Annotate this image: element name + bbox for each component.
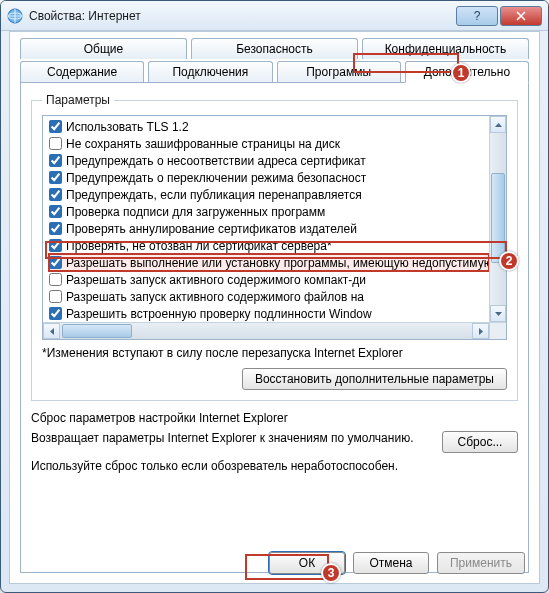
settings-listbox[interactable]: Использовать TLS 1.2Не сохранять зашифро… bbox=[42, 115, 507, 340]
scroll-thumb-horizontal[interactable] bbox=[62, 324, 132, 338]
setting-checkbox[interactable] bbox=[49, 154, 62, 167]
parameters-legend: Параметры bbox=[42, 93, 114, 107]
setting-label: Проверка подписи для загруженных програм… bbox=[66, 205, 325, 219]
setting-item[interactable]: Проверка подписи для загруженных програм… bbox=[49, 203, 489, 220]
apply-button[interactable]: Применить bbox=[437, 552, 525, 574]
setting-label: Предупреждать, если публикация перенапра… bbox=[66, 188, 362, 202]
chevron-left-icon bbox=[50, 328, 54, 335]
chevron-up-icon bbox=[495, 123, 502, 127]
scroll-thumb-vertical[interactable] bbox=[491, 173, 505, 263]
setting-checkbox[interactable] bbox=[49, 256, 62, 269]
setting-item[interactable]: Разрешать запуск активного содержимого ф… bbox=[49, 288, 489, 305]
setting-item[interactable]: Проверять аннулирование сертификатов изд… bbox=[49, 220, 489, 237]
setting-label: Разрешить встроенную проверку подлинност… bbox=[66, 307, 372, 321]
setting-label: Проверять, не отозван ли сертификат серв… bbox=[66, 239, 332, 253]
setting-label: Проверять аннулирование сертификатов изд… bbox=[66, 222, 357, 236]
setting-item[interactable]: Разрешить встроенную проверку подлинност… bbox=[49, 305, 489, 322]
callout-badge-1: 1 bbox=[451, 63, 471, 83]
parameters-group: Параметры Использовать TLS 1.2Не сохраня… bbox=[31, 93, 518, 401]
svg-text:?: ? bbox=[474, 10, 481, 22]
setting-item[interactable]: Разрешать запуск активного содержимого к… bbox=[49, 271, 489, 288]
setting-label: Не сохранять зашифрованные страницы на д… bbox=[66, 137, 340, 151]
tab-connections[interactable]: Подключения bbox=[148, 61, 272, 83]
setting-checkbox[interactable] bbox=[49, 205, 62, 218]
setting-item[interactable]: Разрешать выполнение или установку прогр… bbox=[49, 254, 489, 271]
tab-security[interactable]: Безопасность bbox=[191, 38, 358, 59]
internet-properties-window: Свойства: Интернет ? Общие Безопасность … bbox=[0, 0, 549, 593]
setting-checkbox[interactable] bbox=[49, 188, 62, 201]
setting-checkbox[interactable] bbox=[49, 307, 62, 320]
cancel-button[interactable]: Отмена bbox=[353, 552, 429, 574]
setting-checkbox[interactable] bbox=[49, 171, 62, 184]
setting-checkbox[interactable] bbox=[49, 273, 62, 286]
tab-panel-advanced: Параметры Использовать TLS 1.2Не сохраня… bbox=[20, 82, 529, 573]
setting-item[interactable]: Проверять, не отозван ли сертификат серв… bbox=[49, 237, 489, 254]
scroll-up-button[interactable] bbox=[490, 116, 506, 133]
setting-item[interactable]: Предупреждать, если публикация перенапра… bbox=[49, 186, 489, 203]
scroll-left-button[interactable] bbox=[43, 323, 60, 339]
setting-item[interactable]: Предупреждать о переключении режима безо… bbox=[49, 169, 489, 186]
tab-privacy[interactable]: Конфиденциальность bbox=[362, 38, 529, 59]
setting-checkbox[interactable] bbox=[49, 239, 62, 252]
setting-label: Использовать TLS 1.2 bbox=[66, 120, 189, 134]
setting-checkbox[interactable] bbox=[49, 290, 62, 303]
callout-badge-2: 2 bbox=[499, 251, 519, 271]
horizontal-scrollbar[interactable] bbox=[43, 322, 489, 339]
close-button[interactable] bbox=[500, 6, 542, 26]
restore-defaults-button[interactable]: Восстановить дополнительные параметры bbox=[242, 368, 507, 390]
scroll-down-button[interactable] bbox=[490, 305, 506, 322]
setting-label: Разрешать выполнение или установку прогр… bbox=[66, 256, 489, 270]
scroll-right-button[interactable] bbox=[472, 323, 489, 339]
setting-checkbox[interactable] bbox=[49, 222, 62, 235]
reset-section: Сброс параметров настройки Internet Expl… bbox=[31, 411, 518, 473]
internet-options-icon bbox=[7, 8, 23, 24]
tab-programs[interactable]: Программы bbox=[277, 61, 401, 83]
setting-label: Предупреждать о несоответствии адреса се… bbox=[66, 154, 366, 168]
reset-title: Сброс параметров настройки Internet Expl… bbox=[31, 411, 518, 425]
setting-checkbox[interactable] bbox=[49, 120, 62, 133]
help-button[interactable]: ? bbox=[456, 6, 498, 26]
setting-checkbox[interactable] bbox=[49, 137, 62, 150]
setting-item[interactable]: Предупреждать о несоответствии адреса се… bbox=[49, 152, 489, 169]
callout-badge-3: 3 bbox=[321, 563, 341, 583]
setting-label: Разрешать запуск активного содержимого ф… bbox=[66, 290, 364, 304]
tab-general[interactable]: Общие bbox=[20, 38, 187, 59]
setting-item[interactable]: Использовать TLS 1.2 bbox=[49, 118, 489, 135]
setting-label: Разрешать запуск активного содержимого к… bbox=[66, 273, 366, 287]
reset-button[interactable]: Сброс... bbox=[442, 431, 518, 453]
setting-item[interactable]: Не сохранять зашифрованные страницы на д… bbox=[49, 135, 489, 152]
vertical-scrollbar[interactable] bbox=[489, 116, 506, 322]
titlebar: Свойства: Интернет ? bbox=[1, 1, 548, 31]
setting-label: Предупреждать о переключении режима безо… bbox=[66, 171, 366, 185]
tab-content[interactable]: Содержание bbox=[20, 61, 144, 83]
scroll-corner bbox=[489, 322, 506, 339]
help-icon: ? bbox=[472, 10, 482, 22]
close-icon bbox=[516, 11, 526, 21]
window-title: Свойства: Интернет bbox=[29, 9, 454, 23]
reset-warning: Используйте сброс только если обозревате… bbox=[31, 459, 518, 473]
restart-note: *Изменения вступают в силу после перезап… bbox=[42, 346, 507, 360]
chevron-right-icon bbox=[479, 328, 483, 335]
chevron-down-icon bbox=[495, 312, 502, 316]
dialog-button-row: ОК Отмена Применить bbox=[10, 543, 539, 583]
reset-description: Возвращает параметры Internet Explorer к… bbox=[31, 431, 430, 445]
client-area: Общие Безопасность Конфиденциальность Со… bbox=[9, 31, 540, 584]
